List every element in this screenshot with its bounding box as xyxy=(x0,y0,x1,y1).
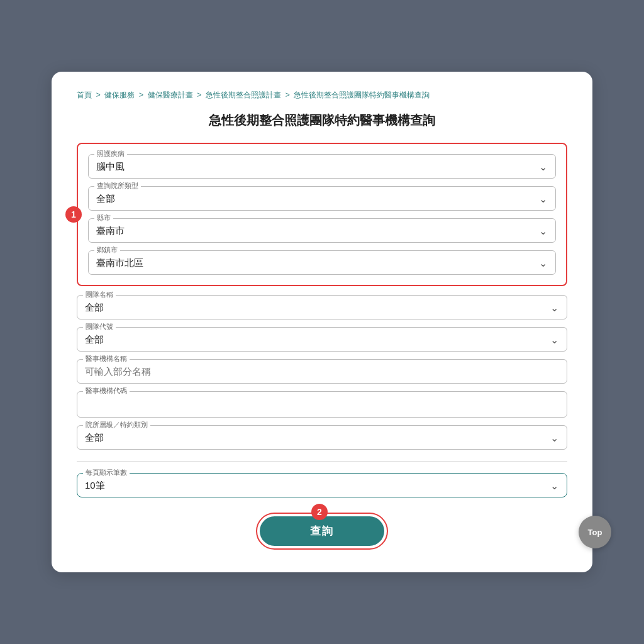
non-highlighted-fields: 團隊名稱 全部 ⌄ 團隊代號 全部 ⌄ xyxy=(77,295,567,450)
search-btn-wrapper: 2 查詢 xyxy=(77,513,567,550)
breadcrumb: 首頁 > 健保服務 > 健保醫療計畫 > 急性後期整合照護計畫 > 急性後期整合… xyxy=(77,89,567,101)
district-group: 鄉鎮市 臺南市北區 ⌄ xyxy=(88,250,556,275)
section2-badge: 2 xyxy=(311,504,328,520)
section1-fields: 照護疾病 腦中風 ⌄ 查詢院所類型 全部 ⌄ xyxy=(77,143,567,286)
outer-wrapper: 首頁 > 健保服務 > 健保醫療計畫 > 急性後期整合照護計畫 > 急性後期整合… xyxy=(0,0,644,644)
illness-label: 照護疾病 xyxy=(94,149,127,158)
institution-type-select[interactable]: 全部 xyxy=(88,186,556,211)
breadcrumb-plan[interactable]: 健保醫療計畫 xyxy=(148,91,193,99)
institution-type-label: 查詢院所類型 xyxy=(94,181,141,191)
page-title: 急性後期整合照護團隊特約醫事機構查詢 xyxy=(77,112,567,129)
level-type-select-wrapper: 全部 ⌄ xyxy=(77,425,567,450)
institution-type-group: 查詢院所類型 全部 ⌄ xyxy=(88,186,556,211)
team-name-group: 團隊名稱 全部 ⌄ xyxy=(77,295,567,319)
institution-code-label: 醫事機構代碼 xyxy=(83,386,130,396)
per-page-label: 每頁顯示筆數 xyxy=(83,468,130,477)
breadcrumb-home[interactable]: 首頁 xyxy=(77,91,92,99)
county-group: 縣市 臺南市 ⌄ xyxy=(88,218,556,243)
county-select-wrapper: 臺南市 ⌄ xyxy=(88,218,556,243)
per-page-select-wrapper: 10筆 ⌄ xyxy=(77,473,567,497)
breadcrumb-subplan[interactable]: 急性後期整合照護計畫 xyxy=(206,91,281,99)
level-type-label: 院所層級／特約類別 xyxy=(83,420,150,430)
breadcrumb-service[interactable]: 健保服務 xyxy=(104,91,135,99)
institution-code-group: 醫事機構代碼 xyxy=(77,391,567,418)
per-page-select[interactable]: 10筆 xyxy=(77,473,567,497)
top-button[interactable]: Top xyxy=(579,516,611,548)
district-label: 鄉鎮市 xyxy=(94,245,120,255)
team-name-label: 團隊名稱 xyxy=(83,290,116,299)
divider xyxy=(77,461,567,462)
district-select-wrapper: 臺南市北區 ⌄ xyxy=(88,250,556,275)
section1-badge: 1 xyxy=(65,206,82,223)
county-select[interactable]: 臺南市 xyxy=(88,218,556,243)
team-name-select-wrapper: 全部 ⌄ xyxy=(77,295,567,319)
per-page-section: 每頁顯示筆數 10筆 ⌄ xyxy=(77,473,567,497)
team-code-select[interactable]: 全部 xyxy=(77,327,567,352)
team-code-group: 團隊代號 全部 ⌄ xyxy=(77,327,567,352)
illness-group: 照護疾病 腦中風 ⌄ xyxy=(88,154,556,179)
illness-select[interactable]: 腦中風 xyxy=(88,154,556,179)
institution-type-select-wrapper: 全部 ⌄ xyxy=(88,186,556,211)
district-select[interactable]: 臺南市北區 xyxy=(88,250,556,275)
team-code-select-wrapper: 全部 ⌄ xyxy=(77,327,567,352)
institution-name-input[interactable] xyxy=(77,359,567,384)
search-button[interactable]: 查詢 xyxy=(260,516,384,546)
institution-name-label: 醫事機構名稱 xyxy=(83,354,130,364)
team-name-select[interactable]: 全部 xyxy=(77,295,567,319)
county-label: 縣市 xyxy=(94,213,113,223)
level-type-group: 院所層級／特約類別 全部 ⌄ xyxy=(77,425,567,450)
main-card: 首頁 > 健保服務 > 健保醫療計畫 > 急性後期整合照護計畫 > 急性後期整合… xyxy=(52,72,592,572)
section1-wrap: 1 照護疾病 腦中風 ⌄ 查詢院所類型 xyxy=(77,143,567,286)
team-code-label: 團隊代號 xyxy=(83,322,116,331)
illness-select-wrapper: 腦中風 ⌄ xyxy=(88,154,556,179)
institution-name-group: 醫事機構名稱 xyxy=(77,359,567,384)
level-type-select[interactable]: 全部 xyxy=(77,425,567,450)
breadcrumb-current[interactable]: 急性後期整合照護團隊特約醫事機構查詢 xyxy=(294,91,430,99)
institution-code-input[interactable] xyxy=(77,391,567,418)
